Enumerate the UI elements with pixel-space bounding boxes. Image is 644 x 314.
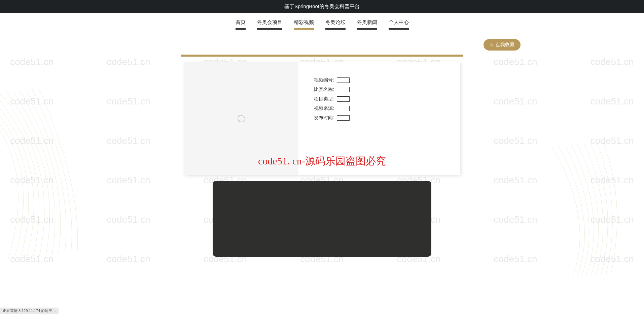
nav-underline [357, 28, 377, 30]
watermark-text: code51.cn [494, 175, 537, 186]
nav-item-0[interactable]: 首页 [236, 19, 246, 29]
nav-item-label: 个人中心 [389, 19, 409, 25]
watermark-text: code51.cn [591, 135, 634, 146]
page-body: code51.cncode51.cncode51.cncode51.cncode… [0, 33, 644, 276]
detail-row-1: 比赛名称: [309, 87, 450, 93]
detail-value-box [337, 96, 350, 102]
detail-label: 视频来源: [309, 105, 334, 112]
watermark-text: code51.cn [107, 175, 150, 186]
watermark-text: code51.cn [591, 96, 634, 107]
nav-item-3[interactable]: 冬奥论坛 [325, 19, 346, 29]
watermark-text: code51.cn [494, 135, 537, 146]
watermark-text: code51.cn [591, 254, 634, 264]
watermark-text: code51.cn [107, 254, 150, 264]
star-icon: ☆ [490, 42, 494, 48]
nav-item-4[interactable]: 冬奥新闻 [357, 19, 377, 29]
watermark-text: code51.cn [107, 96, 150, 107]
watermark-text: code51.cn [10, 96, 53, 107]
app-title-bar: 基于SpringBoot的冬奥会科普平台 [0, 0, 644, 13]
app-title: 基于SpringBoot的冬奥会科普平台 [284, 3, 360, 9]
watermark-text: code51.cn [494, 254, 537, 264]
nav-item-label: 冬奥新闻 [357, 19, 377, 25]
watermark-text: code51.cn [591, 175, 634, 186]
detail-row-0: 视频编号: [309, 77, 450, 83]
main-nav: 首页冬奥会项目精彩视频冬奥论坛冬奥新闻个人中心 [0, 13, 644, 33]
favorite-button[interactable]: ☆ 点我收藏 [484, 39, 521, 51]
watermark-text: code51.cn [10, 214, 53, 225]
loading-spinner-icon [238, 115, 245, 122]
detail-label: 项目类型: [309, 96, 334, 102]
watermark-text: code51.cn [10, 175, 53, 186]
favorite-button-label: 点我收藏 [496, 42, 514, 48]
watermark-text: code51.cn [10, 57, 53, 67]
detail-value-box [337, 115, 350, 121]
detail-label: 比赛名称: [309, 87, 334, 93]
detail-value-box [337, 77, 350, 83]
decorative-lines-right [536, 135, 644, 276]
nav-item-1[interactable]: 冬奥会项目 [257, 19, 282, 29]
detail-row-2: 项目类型: [309, 96, 450, 102]
nav-underline [294, 28, 314, 30]
watermark-text: code51.cn [107, 214, 150, 225]
watermark-text: code51.cn [494, 214, 537, 225]
detail-row-3: 视频来源: [309, 105, 450, 112]
copyright-banner: code51. cn-源码乐园盗图必究 [258, 154, 386, 168]
decorative-lines-left [0, 79, 119, 263]
detail-label: 发布时间: [309, 115, 334, 121]
favorite-row: ☆ 点我收藏 [123, 33, 521, 51]
nav-underline [389, 28, 409, 30]
watermark-text: code51.cn [494, 57, 537, 67]
watermark-text: code51.cn [107, 135, 150, 146]
detail-value-box [337, 87, 350, 92]
nav-underline [325, 28, 346, 30]
detail-label: 视频编号: [309, 77, 334, 83]
nav-item-5[interactable]: 个人中心 [389, 19, 409, 29]
watermark-text: code51.cn [10, 135, 53, 146]
nav-underline [257, 28, 282, 30]
nav-item-2[interactable]: 精彩视频 [294, 19, 314, 29]
watermark-text: code51.cn [494, 96, 537, 107]
watermark-text: code51.cn [10, 254, 53, 264]
watermark-text: code51.cn [107, 57, 150, 67]
nav-underline [236, 28, 246, 30]
watermark-text: code51.cn [591, 214, 634, 225]
watermark-text: code51.cn [591, 57, 634, 67]
nav-item-label: 首页 [236, 19, 246, 25]
nav-item-label: 冬奥论坛 [325, 19, 346, 25]
nav-item-label: 冬奥会项目 [257, 19, 282, 25]
detail-value-box [337, 106, 350, 111]
gold-divider [181, 55, 463, 57]
detail-row-4: 发布时间: [309, 115, 450, 121]
video-player[interactable] [213, 181, 431, 257]
nav-item-label: 精彩视频 [294, 19, 314, 25]
